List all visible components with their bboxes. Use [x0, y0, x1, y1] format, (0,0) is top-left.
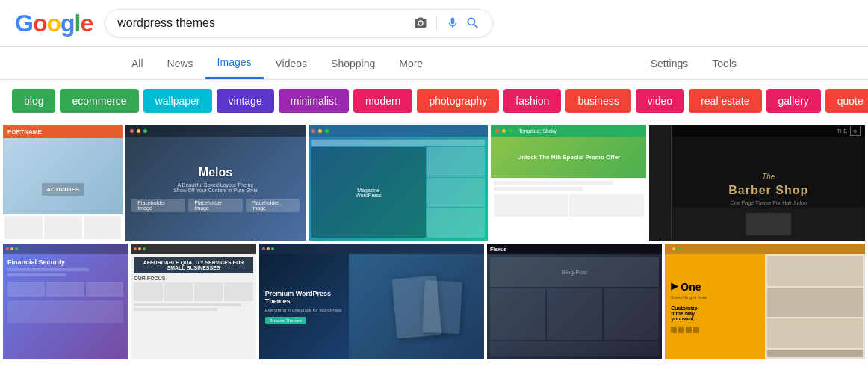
filter-tag-gallery[interactable]: gallery: [766, 89, 821, 113]
nav-videos[interactable]: Videos: [264, 49, 320, 78]
nav-images[interactable]: Images: [205, 47, 264, 79]
image-grid: PORTNAME ACTIVITIES: [0, 122, 868, 362]
filter-tag-photography[interactable]: photography: [417, 89, 499, 113]
search-input[interactable]: [117, 16, 408, 30]
filter-tag-blog[interactable]: blog: [12, 89, 55, 113]
image-row-2: Financial Security: [0, 244, 868, 359]
microphone-icon[interactable]: [446, 16, 459, 30]
image-tile[interactable]: Flexus Blog Post: [487, 244, 662, 359]
image-tile[interactable]: Template: Sticky Unlock The Nth Special …: [491, 125, 646, 241]
image-tile[interactable]: Premium WordPressThemes Everything in on…: [259, 244, 484, 359]
filter-tag-quote[interactable]: quote: [825, 89, 868, 113]
nav-shopping[interactable]: Shopping: [319, 49, 387, 78]
image-row-1: PORTNAME ACTIVITIES: [0, 125, 868, 241]
image-tile[interactable]: One Everything is here Customizeit the w…: [665, 244, 865, 359]
filter-tag-vintage[interactable]: vintage: [217, 89, 274, 113]
image-tile[interactable]: Melos A Beautiful Boxed Layout ThemeShow…: [125, 125, 305, 241]
navigation: All News Images Videos Shopping More Set…: [0, 47, 868, 80]
filter-bar: blogecommercewallpapervintageminimalistm…: [0, 80, 868, 122]
filter-tag-business[interactable]: business: [565, 89, 630, 113]
image-tile[interactable]: AFFORDABLE QUALITY SERVICES FOR SMALL BU…: [131, 244, 255, 359]
nav-all[interactable]: All: [120, 49, 155, 78]
image-tile[interactable]: Financial Security: [3, 244, 128, 359]
nav-tools[interactable]: Tools: [700, 49, 748, 78]
filter-tag-fashion[interactable]: fashion: [503, 89, 561, 113]
filter-tag-video[interactable]: video: [636, 89, 684, 113]
search-divider: [436, 16, 437, 31]
image-tile[interactable]: MagazineWordPress: [309, 125, 488, 241]
filter-tag-wallpaper[interactable]: wallpaper: [143, 89, 212, 113]
nav-news[interactable]: News: [155, 49, 205, 78]
filter-tag-minimalist[interactable]: minimalist: [279, 89, 349, 113]
filter-tag-modern[interactable]: modern: [353, 89, 412, 113]
camera-icon[interactable]: [414, 16, 427, 30]
nav-more[interactable]: More: [387, 49, 435, 78]
nav-settings[interactable]: Settings: [639, 49, 701, 78]
google-logo[interactable]: Google: [15, 10, 93, 37]
image-tile[interactable]: PORTNAME ACTIVITIES: [3, 125, 123, 241]
filter-tag-real-estate[interactable]: real estate: [689, 89, 761, 113]
header: Google: [0, 0, 868, 47]
image-tile[interactable]: THE ⚙ The Barber Shop One Page Theme For…: [649, 125, 865, 241]
search-icon[interactable]: [465, 16, 480, 31]
filter-tag-ecommerce[interactable]: ecommerce: [60, 89, 138, 113]
search-bar: [105, 9, 493, 37]
